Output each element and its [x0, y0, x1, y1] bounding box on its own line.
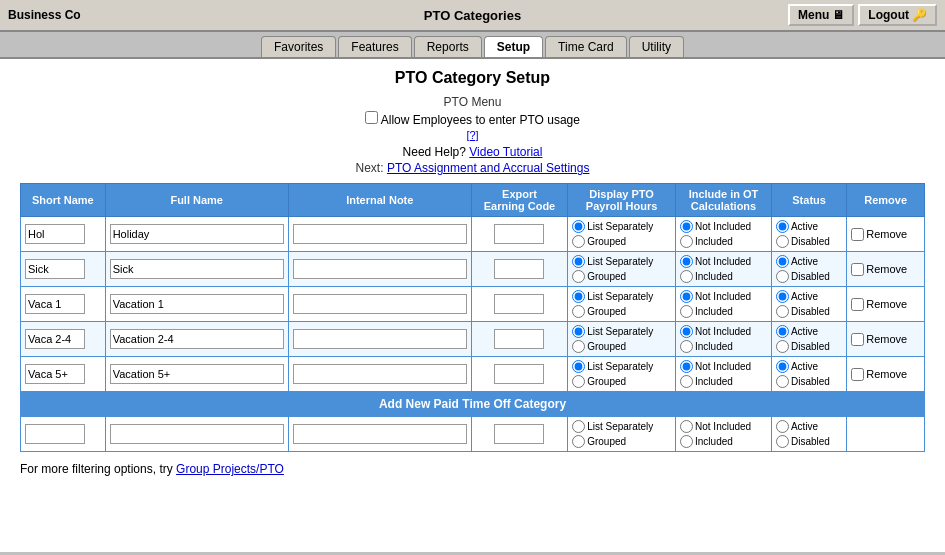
radio-disabled[interactable]: [776, 235, 789, 248]
add-row-cell[interactable]: Add New Paid Time Off Category: [21, 392, 925, 417]
export-code-input[interactable]: [494, 364, 544, 384]
radio-disabled-label[interactable]: Disabled: [776, 235, 842, 248]
new-radio-list-separately[interactable]: [572, 420, 585, 433]
new-short-name-input[interactable]: [25, 424, 85, 444]
remove-checkbox[interactable]: [851, 263, 864, 276]
new-internal-note-input[interactable]: [293, 424, 467, 444]
radio-active[interactable]: [776, 360, 789, 373]
remove-checkbox[interactable]: [851, 333, 864, 346]
short-name-input[interactable]: [25, 294, 85, 314]
short-name-input[interactable]: [25, 224, 85, 244]
new-radio-included[interactable]: [680, 435, 693, 448]
radio-active[interactable]: [776, 290, 789, 303]
tab-timecard[interactable]: Time Card: [545, 36, 627, 57]
internal-note-input[interactable]: [293, 224, 467, 244]
short-name-input[interactable]: [25, 329, 85, 349]
full-name-input[interactable]: [110, 329, 284, 349]
radio-list-separately[interactable]: [572, 290, 585, 303]
radio-not-included[interactable]: [680, 290, 693, 303]
radio-disabled-label[interactable]: Disabled: [776, 340, 842, 353]
radio-disabled-label[interactable]: Disabled: [776, 270, 842, 283]
radio-disabled-label[interactable]: Disabled: [776, 305, 842, 318]
remove-checkbox[interactable]: [851, 368, 864, 381]
radio-grouped-label[interactable]: Grouped: [572, 340, 671, 353]
new-export-code-input[interactable]: [494, 424, 544, 444]
logout-button[interactable]: Logout 🔑: [858, 4, 937, 26]
radio-included[interactable]: [680, 305, 693, 318]
short-name-input[interactable]: [25, 364, 85, 384]
allow-employees-checkbox[interactable]: [365, 111, 378, 124]
new-radio-grouped[interactable]: [572, 435, 585, 448]
radio-list-separately[interactable]: [572, 360, 585, 373]
tab-features[interactable]: Features: [338, 36, 411, 57]
radio-grouped-label[interactable]: Grouped: [572, 305, 671, 318]
radio-included[interactable]: [680, 270, 693, 283]
radio-list-separately-label[interactable]: List Separately: [572, 220, 671, 233]
new-radio-not-included[interactable]: [680, 420, 693, 433]
radio-disabled[interactable]: [776, 375, 789, 388]
radio-list-separately-label[interactable]: List Separately: [572, 325, 671, 338]
radio-active[interactable]: [776, 325, 789, 338]
export-code-input[interactable]: [494, 224, 544, 244]
internal-note-input[interactable]: [293, 259, 467, 279]
radio-list-separately[interactable]: [572, 255, 585, 268]
export-code-input[interactable]: [494, 259, 544, 279]
radio-included-label[interactable]: Included: [680, 375, 767, 388]
remove-checkbox[interactable]: [851, 228, 864, 241]
radio-active-label[interactable]: Active: [776, 360, 842, 373]
radio-not-included[interactable]: [680, 220, 693, 233]
radio-disabled[interactable]: [776, 340, 789, 353]
radio-list-separately-label[interactable]: List Separately: [572, 255, 671, 268]
full-name-input[interactable]: [110, 224, 284, 244]
radio-disabled[interactable]: [776, 270, 789, 283]
radio-included[interactable]: [680, 375, 693, 388]
group-projects-link[interactable]: Group Projects/PTO: [176, 462, 284, 476]
radio-list-separately[interactable]: [572, 325, 585, 338]
radio-active-label[interactable]: Active: [776, 325, 842, 338]
short-name-input[interactable]: [25, 259, 85, 279]
radio-grouped[interactable]: [572, 375, 585, 388]
radio-grouped[interactable]: [572, 270, 585, 283]
export-code-input[interactable]: [494, 329, 544, 349]
radio-not-included-label[interactable]: Not Included: [680, 220, 767, 233]
tab-reports[interactable]: Reports: [414, 36, 482, 57]
radio-included-label[interactable]: Included: [680, 235, 767, 248]
radio-active[interactable]: [776, 255, 789, 268]
radio-grouped[interactable]: [572, 235, 585, 248]
radio-grouped-label[interactable]: Grouped: [572, 235, 671, 248]
radio-grouped-label[interactable]: Grouped: [572, 270, 671, 283]
radio-active-label[interactable]: Active: [776, 255, 842, 268]
radio-included[interactable]: [680, 235, 693, 248]
radio-included-label[interactable]: Included: [680, 340, 767, 353]
radio-active-label[interactable]: Active: [776, 290, 842, 303]
radio-grouped[interactable]: [572, 305, 585, 318]
accrual-settings-link[interactable]: PTO Assignment and Accrual Settings: [387, 161, 590, 175]
radio-not-included-label[interactable]: Not Included: [680, 290, 767, 303]
internal-note-input[interactable]: [293, 364, 467, 384]
new-radio-disabled[interactable]: [776, 435, 789, 448]
export-code-input[interactable]: [494, 294, 544, 314]
radio-disabled-label[interactable]: Disabled: [776, 375, 842, 388]
internal-note-input[interactable]: [293, 294, 467, 314]
radio-included-label[interactable]: Included: [680, 270, 767, 283]
radio-not-included-label[interactable]: Not Included: [680, 325, 767, 338]
radio-not-included-label[interactable]: Not Included: [680, 255, 767, 268]
radio-list-separately-label[interactable]: List Separately: [572, 360, 671, 373]
internal-note-input[interactable]: [293, 329, 467, 349]
full-name-input[interactable]: [110, 364, 284, 384]
full-name-input[interactable]: [110, 259, 284, 279]
radio-active-label[interactable]: Active: [776, 220, 842, 233]
radio-not-included[interactable]: [680, 360, 693, 373]
radio-included-label[interactable]: Included: [680, 305, 767, 318]
tab-favorites[interactable]: Favorites: [261, 36, 336, 57]
menu-button[interactable]: Menu 🖥: [788, 4, 854, 26]
radio-not-included-label[interactable]: Not Included: [680, 360, 767, 373]
new-full-name-input[interactable]: [110, 424, 284, 444]
radio-grouped-label[interactable]: Grouped: [572, 375, 671, 388]
radio-list-separately-label[interactable]: List Separately: [572, 290, 671, 303]
radio-list-separately[interactable]: [572, 220, 585, 233]
new-radio-active[interactable]: [776, 420, 789, 433]
radio-included[interactable]: [680, 340, 693, 353]
tab-utility[interactable]: Utility: [629, 36, 684, 57]
remove-checkbox[interactable]: [851, 298, 864, 311]
